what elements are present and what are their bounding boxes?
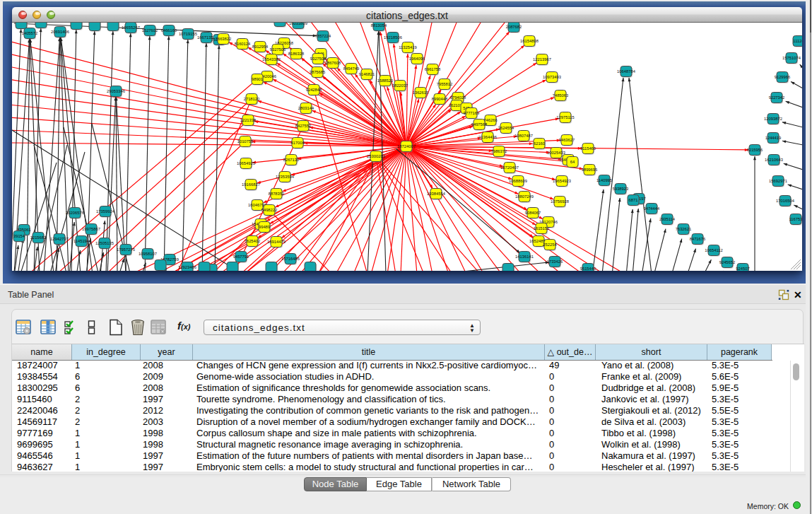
svg-text:7632621: 7632621 — [676, 227, 692, 231]
svg-text:1405572: 1405572 — [22, 31, 38, 35]
svg-text:7986372: 7986372 — [491, 149, 507, 153]
svg-text:12213967: 12213967 — [533, 57, 551, 62]
svg-text:12923466: 12923466 — [178, 265, 196, 269]
svg-text:8267130: 8267130 — [283, 158, 300, 162]
svg-text:9899695: 9899695 — [582, 168, 598, 172]
svg-text:6871: 6871 — [629, 198, 638, 202]
svg-text:9777169: 9777169 — [464, 111, 480, 115]
svg-text:10654112: 10654112 — [705, 248, 722, 252]
svg-text:10654925: 10654925 — [237, 161, 255, 165]
svg-text:64: 64 — [570, 160, 575, 164]
svg-text:7857224: 7857224 — [315, 34, 331, 38]
svg-text:2803144: 2803144 — [298, 106, 314, 110]
svg-text:15751074: 15751074 — [782, 56, 801, 60]
svg-text:8160124: 8160124 — [235, 42, 251, 46]
svg-text:8427552: 8427552 — [295, 124, 312, 128]
svg-text:1588520: 1588520 — [377, 78, 394, 83]
svg-text:25300203: 25300203 — [367, 154, 385, 158]
svg-text:9327506: 9327506 — [270, 47, 286, 52]
svg-text:99489: 99489 — [259, 225, 270, 229]
svg-text:12093872: 12093872 — [764, 117, 782, 121]
svg-text:5498222: 5498222 — [261, 208, 278, 212]
svg-text:5938923: 5938923 — [613, 187, 629, 191]
svg-text:252254: 252254 — [543, 243, 557, 247]
svg-text:20206576: 20206576 — [66, 211, 84, 215]
svg-text:1615152: 1615152 — [534, 226, 550, 230]
svg-text:6794028: 6794028 — [450, 95, 466, 100]
svg-text:9146821: 9146821 — [359, 72, 375, 76]
svg-text:16033809: 16033809 — [289, 23, 307, 25]
svg-text:1145194: 1145194 — [73, 239, 90, 243]
svg-text:12353594: 12353594 — [276, 175, 295, 179]
svg-text:6497568: 6497568 — [471, 122, 488, 127]
svg-text:9474444: 9474444 — [644, 206, 660, 211]
svg-text:9084067: 9084067 — [525, 211, 541, 215]
svg-text:9115460: 9115460 — [580, 146, 596, 151]
svg-text:11325419: 11325419 — [399, 45, 416, 49]
svg-text:9327508: 9327508 — [310, 57, 326, 61]
svg-text:1362615: 1362615 — [413, 90, 429, 95]
svg-text:10648784: 10648784 — [617, 69, 636, 74]
svg-text:3624554: 3624554 — [498, 126, 514, 130]
svg-text:19166827: 19166827 — [242, 182, 260, 187]
svg-text:9242848: 9242848 — [306, 88, 322, 92]
svg-text:12975115: 12975115 — [556, 115, 574, 119]
svg-text:8990448: 8990448 — [432, 97, 448, 101]
svg-text:1010755: 1010755 — [237, 139, 254, 144]
svg-text:16543382: 16543382 — [262, 57, 281, 62]
svg-text:9457791: 9457791 — [233, 255, 249, 259]
svg-text:6961758: 6961758 — [425, 67, 441, 71]
svg-text:1527602: 1527602 — [142, 28, 158, 33]
svg-text:15716485: 15716485 — [281, 257, 300, 261]
svg-text:9245652: 9245652 — [719, 260, 736, 264]
svg-text:1733426: 1733426 — [547, 259, 563, 264]
svg-text:10756928: 10756928 — [551, 199, 569, 204]
svg-text:9515440: 9515440 — [580, 267, 596, 271]
svg-text:1221338: 1221338 — [240, 118, 257, 122]
svg-text:19218506: 19218506 — [384, 35, 402, 40]
svg-text:10025433: 10025433 — [547, 151, 565, 155]
svg-text:12505135: 12505135 — [95, 241, 114, 245]
svg-text:9129966: 9129966 — [775, 75, 791, 79]
svg-text:15692971: 15692971 — [769, 179, 787, 183]
svg-text:19384554: 19384554 — [427, 192, 446, 196]
svg-text:8878352: 8878352 — [269, 192, 285, 196]
svg-text:18807249: 18807249 — [515, 194, 534, 199]
svg-text:98901: 98901 — [252, 77, 263, 81]
svg-text:116753: 116753 — [789, 217, 802, 221]
svg-text:19654923: 19654923 — [553, 179, 571, 183]
svg-text:5822037: 5822037 — [392, 83, 408, 88]
svg-text:8454749: 8454749 — [343, 66, 360, 71]
svg-text:21364436: 21364436 — [478, 135, 497, 139]
svg-text:8215956: 8215956 — [747, 148, 763, 152]
svg-text:20691406: 20691406 — [51, 30, 69, 34]
svg-text:6466160: 6466160 — [161, 28, 177, 33]
svg-text:2867608: 2867608 — [325, 61, 341, 65]
svg-text:15720407: 15720407 — [500, 165, 519, 170]
svg-text:924507: 924507 — [736, 267, 749, 271]
svg-text:10807487: 10807487 — [514, 134, 533, 138]
svg-text:17016504: 17016504 — [776, 199, 795, 203]
svg-text:10655267: 10655267 — [122, 25, 140, 30]
svg-text:1244419: 1244419 — [765, 136, 782, 140]
svg-text:17359924: 17359924 — [96, 209, 115, 214]
svg-text:7485063: 7485063 — [553, 93, 569, 98]
svg-text:10973493: 10973493 — [543, 75, 561, 79]
svg-text:8186328: 8186328 — [288, 52, 305, 56]
svg-text:16210643: 16210643 — [765, 158, 783, 162]
svg-text:2718120: 2718120 — [244, 97, 260, 101]
svg-text:7955812: 7955812 — [437, 82, 453, 86]
svg-text:16914479: 16914479 — [267, 240, 286, 244]
svg-text:8912954: 8912954 — [252, 45, 269, 49]
svg-text:417004: 417004 — [290, 141, 305, 145]
svg-text:7663822: 7663822 — [216, 37, 232, 41]
svg-text:39154: 39154 — [13, 234, 25, 238]
svg-text:9463627: 9463627 — [559, 138, 575, 142]
svg-text:8813054: 8813054 — [371, 23, 387, 28]
svg-text:1215682: 1215682 — [30, 235, 47, 240]
svg-text:9227342: 9227342 — [769, 95, 785, 100]
svg-text:7625402: 7625402 — [245, 239, 261, 243]
svg-text:12942737: 12942737 — [50, 237, 69, 241]
svg-text:17957275: 17957275 — [117, 247, 135, 252]
svg-text:11124: 11124 — [793, 39, 802, 43]
